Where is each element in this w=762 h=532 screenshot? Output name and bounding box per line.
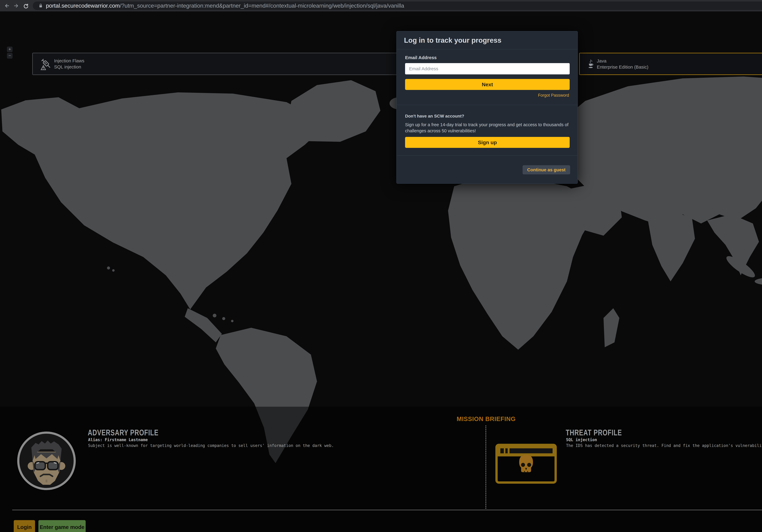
login-button[interactable]: Login [14, 520, 35, 532]
modal-header-divider [397, 49, 577, 49]
adversary-avatar [16, 430, 77, 491]
continue-as-guest-button[interactable]: Continue as guest [523, 165, 570, 174]
language-name: Java [597, 58, 648, 64]
footer-rule [12, 510, 762, 510]
footer-dim-overlay [0, 407, 762, 532]
signup-button[interactable]: Sign up [405, 137, 570, 148]
threat-name: SQL injection [566, 437, 597, 442]
mission-divider [486, 425, 486, 509]
email-field[interactable] [405, 63, 570, 74]
signup-text: Sign up for a free 14-day trial to track… [405, 122, 571, 134]
vulnerability-name: SQL injection [54, 64, 84, 70]
url-path: /?utm_source=partner-integration:mend&pa… [120, 3, 404, 9]
vulnerability-labels: Injection Flaws SQL injection [54, 58, 84, 70]
language-labels: Java Enterprise Edition (Basic) [597, 58, 648, 70]
login-modal: Log in to track your progress Email Addr… [396, 31, 578, 184]
adversary-description: Subject is well-known for targeting worl… [88, 443, 334, 448]
portal-page: + − Injection Flaw [0, 12, 762, 532]
mission-briefing-title: MISSION BRIEFING [457, 416, 515, 422]
reload-icon[interactable] [23, 2, 29, 9]
email-label: Email Address [405, 55, 437, 60]
back-icon[interactable] [3, 2, 10, 9]
url-text: portal.securecodewarrior.com/?utm_source… [46, 2, 404, 10]
modal-divider-2 [397, 155, 577, 156]
url-domain: portal.securecodewarrior.com [46, 3, 120, 9]
vulnerability-category: Injection Flaws [54, 58, 84, 64]
enter-game-mode-button[interactable]: Enter game mode [38, 520, 86, 532]
adversary-alias: Alias: Firstname Lastname [88, 437, 148, 442]
lock-icon [38, 3, 43, 9]
zoom-in-button[interactable]: + [7, 47, 13, 52]
skull-window-icon [495, 444, 557, 484]
threat-description: The IDS has detected a security threat. … [566, 443, 762, 448]
browser-toolbar: portal.securecodewarrior.com/?utm_source… [0, 0, 762, 12]
java-icon [588, 58, 594, 70]
address-bar[interactable]: portal.securecodewarrior.com/?utm_source… [33, 2, 762, 10]
language-selector[interactable]: Java Enterprise Edition (Basic) REMEMBER… [579, 53, 762, 75]
language-framework: Enterprise Edition (Basic) [597, 64, 648, 70]
zoom-out-button[interactable]: − [7, 53, 13, 58]
forward-icon[interactable] [13, 2, 20, 9]
screen: portal.securecodewarrior.com/?utm_source… [0, 0, 762, 532]
forgot-password-link[interactable]: Forgot Password [538, 93, 569, 98]
syringe-icon [39, 57, 52, 71]
next-button[interactable]: Next [405, 79, 570, 90]
adversary-profile-title: ADVERSARY PROFILE [88, 428, 159, 437]
threat-profile-title: THREAT PROFILE [566, 428, 622, 437]
modal-title: Log in to track your progress [404, 32, 501, 49]
signup-heading: Don't have an SCW account? [405, 114, 464, 118]
